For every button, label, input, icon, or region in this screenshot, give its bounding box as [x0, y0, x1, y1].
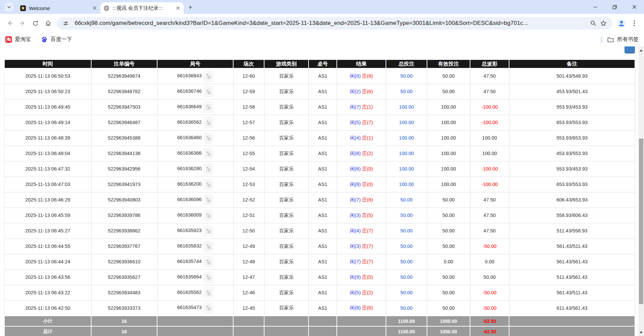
video-replay-button[interactable] [204, 164, 213, 174]
scroll-down-arrow[interactable] [638, 330, 644, 335]
cell-game-type: 百家乐 [264, 161, 309, 177]
total-bet-link[interactable]: 100.00 [399, 104, 414, 110]
cell-table-no: AS1 [309, 285, 337, 300]
video-replay-button[interactable] [204, 133, 213, 143]
cell-remark: 653.93/553.93 [509, 177, 635, 192]
cell-bet-id: 522963946487 [91, 115, 157, 130]
column-header: 游戏类别 [264, 60, 309, 68]
total-bet-link[interactable]: 50.00 [400, 305, 413, 311]
total-bet-link[interactable]: 100.00 [399, 151, 414, 156]
cell-table-no: AS1 [309, 208, 337, 223]
video-replay-button[interactable] [204, 148, 213, 159]
cell-session: 12-60 [233, 68, 264, 84]
total-bet-link[interactable]: 50.00 [400, 228, 413, 233]
footer-payout: -62.50 [470, 326, 509, 336]
video-replay-button[interactable] [204, 71, 213, 81]
cell-round-id: 661636843 [157, 68, 233, 84]
video-replay-button[interactable] [204, 86, 213, 97]
total-bet-link[interactable]: 100.00 [399, 166, 414, 172]
bookmark-taobao[interactable]: 淘 爱淘宝 [5, 36, 31, 43]
total-bet-link[interactable]: 50.00 [400, 89, 413, 94]
result-banker: 庄(0) [362, 182, 373, 187]
cell-total-bet: 50.00 [386, 223, 427, 238]
total-bet-link[interactable]: 100.00 [399, 120, 414, 125]
total-bet-link[interactable]: 50.00 [400, 197, 413, 202]
bookmark-star-icon[interactable] [598, 18, 608, 28]
video-replay-button[interactable] [204, 257, 213, 267]
search-submit-button-clipped[interactable] [624, 46, 635, 53]
video-replay-button[interactable] [204, 102, 213, 112]
cell-bet-id: 522963944138 [91, 146, 157, 161]
menu-kebab-icon[interactable] [628, 17, 641, 30]
bookmark-baidu[interactable]: du 百度一下 [41, 36, 72, 43]
column-header: 总投注 [386, 60, 427, 68]
address-bar[interactable]: 66cxkj98.com/game/betrecord_search/kind3… [57, 17, 612, 30]
cell-table-no: AS1 [309, 238, 337, 254]
video-replay-button[interactable] [204, 303, 213, 313]
cell-session: 12-51 [233, 208, 264, 223]
new-tab-button[interactable]: + [186, 3, 195, 12]
scrollbar-thumb[interactable] [639, 139, 643, 304]
round-id-text: 661635562 [177, 290, 202, 295]
total-bet-link[interactable]: 50.00 [400, 259, 413, 264]
video-replay-button[interactable] [204, 241, 213, 252]
tab-close-icon[interactable] [92, 5, 98, 11]
total-bet-link[interactable]: 50.00 [400, 73, 413, 79]
zoom-icon[interactable] [588, 18, 598, 28]
cell-table-no: AS1 [309, 146, 337, 161]
tab-title: Welcome [29, 5, 92, 11]
cell-table-no: AS1 [309, 99, 337, 115]
home-icon [45, 20, 51, 27]
home-button[interactable] [42, 17, 55, 30]
video-replay-button[interactable] [204, 226, 213, 236]
forward-button[interactable] [16, 17, 29, 30]
tab-betrecord[interactable]: :::视讯 会员下注纪录::: [100, 2, 184, 14]
url-text[interactable]: 66cxkj98.com/game/betrecord_search/kind3… [75, 20, 588, 27]
video-replay-button[interactable] [204, 210, 213, 221]
video-replay-button[interactable] [204, 179, 213, 190]
tab-close-icon[interactable] [175, 5, 181, 11]
footer-label: 总计 [4, 326, 91, 336]
cell-game-type: 百家乐 [264, 115, 309, 130]
video-replay-icon [206, 135, 211, 141]
all-bookmarks-button[interactable]: 所有书签 [607, 36, 639, 43]
total-bet-link[interactable]: 50.00 [400, 290, 413, 295]
profile-avatar[interactable] [615, 17, 628, 30]
total-bet-link[interactable]: 50.00 [400, 244, 413, 249]
back-button[interactable] [3, 17, 16, 30]
column-header: 桌号 [309, 60, 337, 68]
total-bet-link[interactable]: 100.00 [399, 135, 414, 141]
cell-game-type: 百家乐 [264, 130, 309, 146]
cell-round-id: 661635744 [157, 254, 233, 269]
column-header: 场次 [233, 60, 264, 68]
cell-table-no: AS1 [309, 115, 337, 130]
video-replay-button[interactable] [204, 288, 213, 298]
welcome-favicon [20, 5, 26, 11]
tab-welcome[interactable]: Welcome [17, 2, 100, 14]
site-info-icon[interactable] [61, 18, 71, 28]
footer-empty-cell [337, 326, 386, 336]
result-player: 闲(4) [350, 228, 361, 233]
cell-session: 12-57 [233, 115, 264, 130]
video-replay-button[interactable] [204, 117, 213, 128]
cell-bet-id: 522963936610 [91, 254, 157, 269]
video-replay-icon [206, 104, 211, 110]
cell-time: 2025-11-13 06:47:03 [4, 177, 91, 192]
scroll-up-arrow[interactable] [638, 48, 644, 53]
table-row: 2025-11-13 06:44:55522963937767661635832… [4, 238, 635, 254]
reload-button[interactable] [29, 17, 42, 30]
round-id-text: 661636200 [177, 181, 202, 187]
restore-button[interactable] [605, 0, 624, 14]
total-bet-link[interactable]: 50.00 [400, 213, 413, 218]
tab-search-button[interactable] [5, 3, 13, 11]
video-replay-button[interactable] [204, 195, 213, 205]
total-bet-link[interactable]: 50.00 [400, 274, 413, 280]
close-window-button[interactable] [624, 0, 644, 14]
cell-total-bet: 100.00 [386, 130, 427, 146]
page-scrollbar[interactable] [638, 46, 644, 336]
cell-game-type: 百家乐 [264, 300, 309, 316]
minimize-button[interactable] [585, 0, 605, 14]
video-replay-button[interactable] [204, 272, 213, 283]
cell-round-id: 661636460 [157, 130, 233, 146]
total-bet-link[interactable]: 100.00 [399, 182, 414, 187]
